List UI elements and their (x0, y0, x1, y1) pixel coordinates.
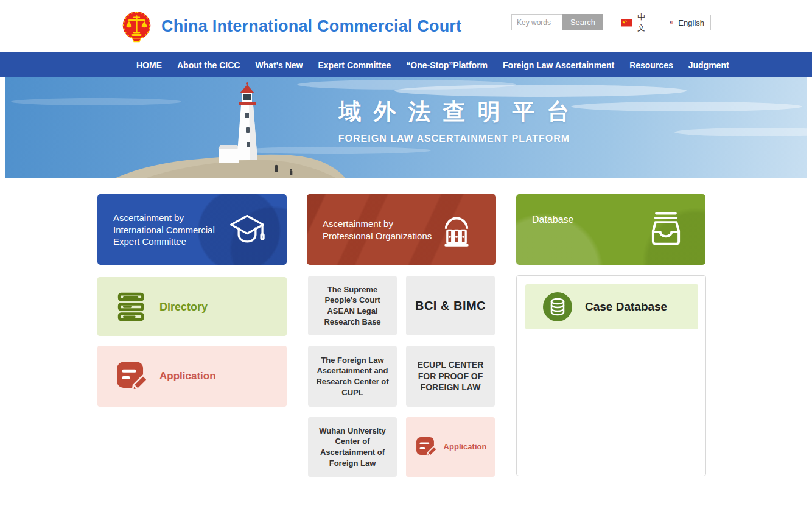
card-directory[interactable]: Directory (97, 277, 287, 336)
site-title: China International Commercial Court (161, 17, 461, 36)
application-form-pencil-icon (114, 359, 149, 393)
language-chinese-button[interactable]: 中文 (615, 15, 657, 30)
card-database[interactable]: Database (516, 194, 705, 265)
card-spc-asean-legal-research-base[interactable]: The Supreme People's Court ASEAN Legal R… (308, 276, 397, 335)
directory-list-icon (114, 289, 150, 325)
china-flag-icon (621, 19, 632, 27)
archive-box-icon (646, 209, 686, 250)
bci-bimc-card-label: BCI & BIMC (415, 298, 486, 314)
card-wuhan-university-center[interactable]: Wuhan University Center of Ascertainment… (308, 417, 397, 477)
card-ecupl-center[interactable]: ECUPL CENTER FOR PROOF OF FOREIGN LAW (406, 346, 495, 407)
search-input[interactable] (511, 14, 562, 30)
card-cupl-center[interactable]: The Foreign Law Ascertainment and Resear… (308, 346, 397, 407)
institution-dome-icon (436, 209, 477, 250)
hero-text: 域外法查明平台 FOREIGN LAW ASCERTAINMENT PLATFO… (327, 97, 582, 144)
court-emblem-icon (119, 9, 154, 44)
card-application-mini[interactable]: Application (406, 417, 495, 477)
english-flag-icon (670, 19, 673, 27)
nav-home[interactable]: HOME (136, 60, 162, 70)
card-professional-organizations-ascertainment[interactable]: Ascertainment by Professional Organizati… (307, 194, 496, 265)
application-mini-label: Application (444, 441, 487, 452)
nav-foreign-law-ascertainment[interactable]: Foreign Law Ascertainment (503, 60, 614, 70)
asean-card-label: The Supreme People's Court ASEAN Legal R… (314, 284, 391, 327)
graduation-cap-icon (227, 209, 267, 250)
card-expert-committee-ascertainment[interactable]: Ascertainment by International Commercia… (97, 194, 287, 265)
case-database-item[interactable]: Case Database (525, 284, 698, 329)
wuhan-card-label: Wuhan University Center of Ascertainment… (314, 426, 391, 468)
nav-expert-committee[interactable]: Expert Committee (318, 60, 391, 70)
language-english-button[interactable]: English (663, 15, 711, 30)
nav-one-stop-platform[interactable]: “One-Stop”Platform (406, 60, 488, 70)
search-button[interactable]: Search (562, 14, 603, 30)
card-application[interactable]: Application (97, 346, 287, 407)
hero-title-english: FOREIGN LAW ASCERTAINMENT PLATFORM (327, 133, 582, 144)
header: China International Commercial Court Sea… (0, 0, 812, 52)
home-logo-link[interactable]: China International Commercial Court (119, 9, 461, 44)
directory-label: Directory (159, 300, 208, 313)
database-card-label: Database (532, 214, 623, 226)
main-nav: HOME About the CICC What's New Expert Co… (0, 52, 812, 77)
hero-banner: 域外法查明平台 FOREIGN LAW ASCERTAINMENT PLATFO… (5, 77, 807, 178)
nav-about-the-cicc[interactable]: About the CICC (177, 60, 240, 70)
nav-whats-new[interactable]: What's New (255, 60, 303, 70)
card-bci-bimc[interactable]: BCI & BIMC (406, 276, 495, 335)
expert-card-label: Ascertainment by International Commercia… (113, 212, 226, 248)
application-label: Application (159, 370, 216, 382)
database-cylinder-icon (542, 292, 573, 322)
nav-resources[interactable]: Resources (629, 60, 673, 70)
case-database-panel: Case Database (516, 275, 706, 476)
nav-judgment[interactable]: Judgment (688, 60, 729, 70)
case-database-label: Case Database (585, 300, 667, 314)
search-group: Search (511, 14, 603, 30)
application-form-pencil-icon-small (415, 435, 438, 458)
professional-card-label: Ascertainment by Professional Organizati… (323, 218, 435, 242)
page: China International Commercial Court Sea… (0, 0, 812, 509)
language-english-label: English (678, 18, 704, 27)
cupl-card-label: The Foreign Law Ascertainment and Resear… (314, 355, 391, 398)
hero-title-chinese: 域外法查明平台 (327, 97, 582, 127)
language-chinese-label: 中文 (637, 12, 651, 33)
ecupl-card-label: ECUPL CENTER FOR PROOF OF FOREIGN LAW (412, 359, 489, 394)
